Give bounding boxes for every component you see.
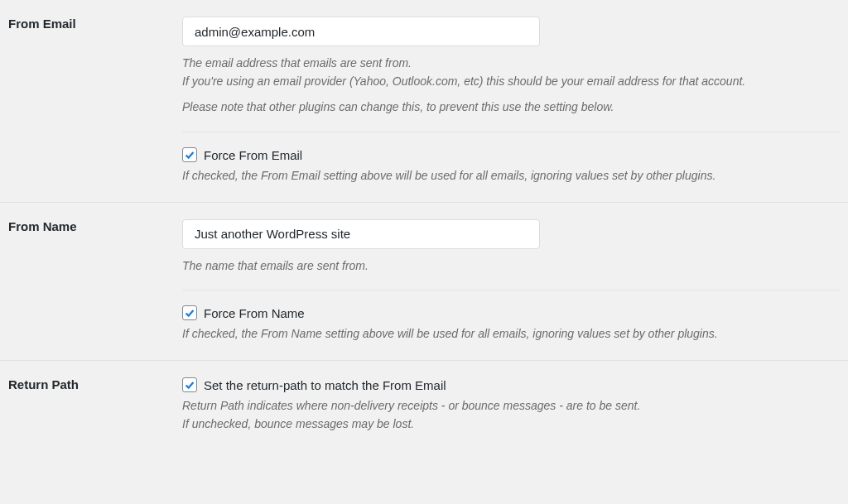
from-email-input[interactable] [182,17,540,46]
checkmark-icon [182,305,197,320]
force-from-email-label: Force From Email [204,148,302,162]
return-path-label: Return Path [8,377,79,391]
force-from-name-desc: If checked, the From Name setting above … [182,325,840,343]
from-email-desc: The email address that emails are sent f… [182,55,840,90]
return-path-row: Return Path Set the return-path to match… [0,361,848,450]
checkmark-icon [182,377,197,392]
force-from-email-checkbox[interactable]: Force From Email [182,147,840,162]
return-path-check-label: Set the return-path to match the From Em… [204,378,446,392]
force-from-email-desc: If checked, the From Email setting above… [182,167,840,185]
return-path-checkbox[interactable]: Set the return-path to match the From Em… [182,377,840,392]
force-from-name-label: Force From Name [204,306,305,320]
from-email-plugin-note: Please note that other plugins can chang… [182,98,840,117]
from-name-row: From Name The name that emails are sent … [0,202,848,360]
from-name-label: From Name [8,219,77,233]
return-path-desc: Return Path indicates where non-delivery… [182,397,840,433]
checkmark-icon [182,147,197,162]
from-email-row: From Email The email address that emails… [0,0,848,202]
force-from-name-checkbox[interactable]: Force From Name [182,305,840,320]
from-name-input[interactable] [182,219,540,249]
from-email-label: From Email [8,17,76,31]
from-name-desc: The name that emails are sent from. [182,257,840,276]
